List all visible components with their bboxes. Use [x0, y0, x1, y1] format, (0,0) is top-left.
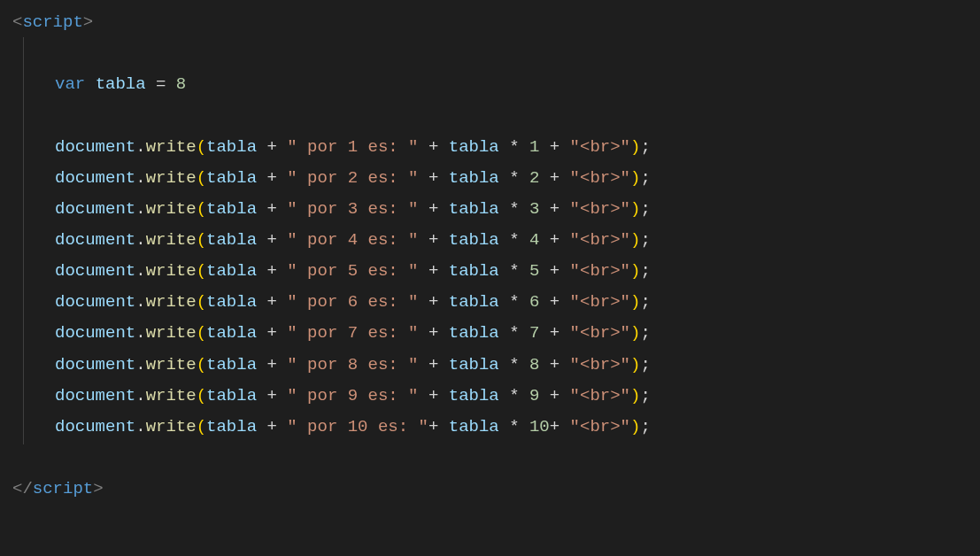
operator-assign: =: [156, 74, 166, 94]
code-line-write: document.write(tabla + " por 8 es: " + t…: [12, 350, 980, 381]
paren-close: ): [630, 355, 640, 375]
object-document: document: [55, 355, 135, 375]
method-write: write: [146, 323, 197, 343]
variable-ref: tabla: [449, 261, 499, 281]
angle-bracket: <: [12, 12, 22, 32]
operator-plus: +: [266, 261, 276, 281]
string-literal-br: "<br>": [570, 355, 630, 375]
method-write: write: [146, 199, 197, 219]
operator-plus: +: [550, 261, 559, 281]
operator-star: *: [509, 417, 519, 436]
operator-plus: +: [266, 199, 276, 219]
string-literal: " por 8 es: ": [287, 355, 418, 375]
string-literal-br: "<br>": [570, 261, 630, 281]
string-literal-br: "<br>": [570, 168, 630, 188]
code-line-open-tag: <script>: [12, 7, 980, 38]
number-literal: 4: [529, 230, 539, 250]
operator-plus: +: [266, 417, 276, 436]
number-literal: 3: [529, 199, 539, 219]
paren-open: (: [197, 386, 206, 405]
method-write: write: [146, 168, 197, 188]
operator-star: *: [509, 386, 519, 405]
code-line-write: document.write(tabla + " por 4 es: " + t…: [12, 225, 980, 256]
code-line-write: document.write(tabla + " por 7 es: " + t…: [12, 318, 980, 349]
variable-ref: tabla: [206, 323, 257, 343]
number-literal: 6: [529, 292, 539, 312]
operator-star: *: [509, 168, 519, 188]
semicolon: ;: [640, 137, 650, 157]
string-literal: " por 3 es: ": [287, 199, 418, 219]
semicolon: ;: [640, 355, 650, 375]
operator-plus: +: [550, 199, 559, 219]
method-write: write: [146, 230, 197, 250]
semicolon: ;: [640, 323, 650, 343]
operator-plus: +: [266, 168, 276, 188]
operator-star: *: [509, 137, 519, 157]
variable-ref: tabla: [449, 417, 499, 436]
variable-ref: tabla: [449, 230, 499, 250]
variable-ref: tabla: [449, 292, 499, 312]
object-document: document: [55, 323, 135, 343]
string-literal-br: "<br>": [570, 230, 630, 250]
object-document: document: [55, 199, 135, 219]
paren-close: ): [630, 137, 640, 157]
variable-ref: tabla: [449, 168, 499, 188]
tag-name: script: [33, 479, 93, 498]
semicolon: ;: [640, 417, 650, 436]
variable-ref: tabla: [206, 386, 257, 405]
number-literal: 8: [529, 355, 539, 375]
string-literal: " por 4 es: ": [287, 230, 418, 250]
variable-ref: tabla: [206, 261, 257, 281]
operator-plus: +: [266, 137, 276, 157]
operator-plus: +: [428, 417, 438, 436]
operator-plus: +: [428, 261, 438, 281]
keyword-var: var: [55, 74, 85, 94]
operator-plus: +: [550, 355, 559, 375]
variable-ref: tabla: [449, 355, 499, 375]
string-literal-br: "<br>": [570, 137, 630, 157]
method-write: write: [146, 261, 197, 281]
paren-open: (: [197, 168, 206, 188]
number-literal: 1: [529, 137, 539, 157]
semicolon: ;: [640, 230, 650, 250]
paren-open: (: [197, 137, 206, 157]
operator-plus: +: [550, 417, 559, 436]
operator-star: *: [509, 355, 519, 375]
paren-open: (: [197, 355, 206, 375]
variable-ref: tabla: [206, 137, 257, 157]
variable-ref: tabla: [206, 199, 257, 219]
paren-open: (: [197, 417, 206, 436]
paren-open: (: [197, 323, 206, 343]
number-literal: 8: [176, 74, 186, 94]
operator-plus: +: [550, 137, 559, 157]
code-line-close-tag: </script>: [12, 474, 980, 505]
paren-close: ): [630, 323, 640, 343]
operator-plus: +: [266, 292, 276, 312]
code-editor[interactable]: <script> var tabla = 8 document.write(ta…: [0, 0, 980, 512]
variable-name: tabla: [96, 74, 146, 94]
method-write: write: [146, 355, 197, 375]
write-lines-block: document.write(tabla + " por 1 es: " + t…: [12, 132, 980, 443]
semicolon: ;: [640, 168, 650, 188]
operator-plus: +: [428, 199, 438, 219]
string-literal-br: "<br>": [570, 199, 630, 219]
paren-close: ): [630, 230, 640, 250]
variable-ref: tabla: [449, 323, 499, 343]
method-write: write: [146, 417, 197, 436]
angle-bracket: </: [12, 479, 33, 498]
operator-plus: +: [428, 292, 438, 312]
method-write: write: [146, 292, 197, 312]
operator-plus: +: [428, 230, 438, 250]
paren-open: (: [197, 261, 206, 281]
code-line-write: document.write(tabla + " por 5 es: " + t…: [12, 256, 980, 287]
paren-close: ): [630, 199, 640, 219]
string-literal-br: "<br>": [570, 417, 630, 436]
number-literal: 5: [529, 261, 539, 281]
operator-plus: +: [550, 323, 559, 343]
operator-plus: +: [428, 386, 438, 405]
semicolon: ;: [640, 386, 650, 405]
string-literal-br: "<br>": [570, 323, 630, 343]
operator-star: *: [509, 199, 519, 219]
string-literal: " por 5 es: ": [287, 261, 418, 281]
paren-close: ): [630, 386, 640, 405]
